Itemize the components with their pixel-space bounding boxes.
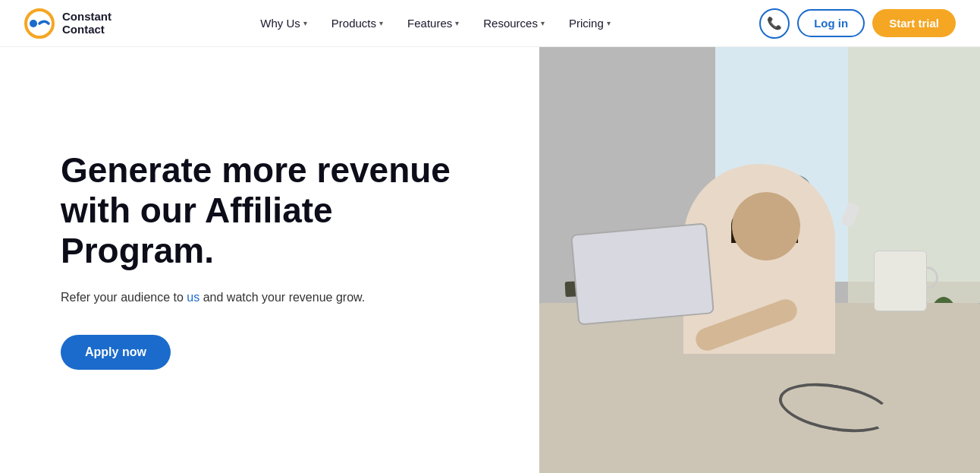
nav-item-resources[interactable]: Resources ▾ <box>473 11 555 36</box>
nav-actions: 📞 Log in Start trial <box>759 8 956 39</box>
hero-subtitle: Refer your audience to us and watch your… <box>61 288 394 307</box>
chevron-down-icon: ▾ <box>607 19 611 27</box>
logo-name-line2: Contact <box>62 24 112 36</box>
chevron-down-icon: ▾ <box>379 19 383 27</box>
chevron-down-icon: ▾ <box>541 19 545 27</box>
nav-links: Why Us ▾ Products ▾ Features ▾ Resources… <box>250 11 620 36</box>
hero-section: Generate more revenue with our Affiliate… <box>0 47 980 473</box>
hero-content: Generate more revenue with our Affiliate… <box>0 47 539 473</box>
hero-subtitle-text1: Refer your audience to <box>61 291 187 304</box>
nav-item-whyus[interactable]: Why Us ▾ <box>250 11 318 36</box>
nav-item-pricing[interactable]: Pricing ▾ <box>558 11 621 36</box>
logo-icon <box>24 8 55 39</box>
svg-point-1 <box>30 20 37 27</box>
apply-now-button[interactable]: Apply now <box>61 335 171 370</box>
hero-title: Generate more revenue with our Affiliate… <box>61 150 494 271</box>
nav-item-products[interactable]: Products ▾ <box>321 11 394 36</box>
photo-tablet <box>570 222 715 325</box>
logo-name-line1: Constant <box>62 11 112 24</box>
phone-icon: 📞 <box>767 16 782 30</box>
hero-image <box>539 47 980 473</box>
hero-subtitle-text2: and watch your revenue grow. <box>199 291 365 304</box>
navbar: Constant Contact Why Us ▾ Products ▾ Fea… <box>0 0 980 47</box>
nav-item-features[interactable]: Features ▾ <box>397 11 470 36</box>
chevron-down-icon: ▾ <box>303 19 307 27</box>
chevron-down-icon: ▾ <box>455 19 459 27</box>
phone-button[interactable]: 📞 <box>759 8 790 39</box>
photo-head <box>732 192 800 260</box>
photo-mug <box>874 251 927 311</box>
logo[interactable]: Constant Contact <box>24 8 112 39</box>
start-trial-button[interactable]: Start trial <box>872 9 956 37</box>
logo-text: Constant Contact <box>62 11 112 36</box>
login-button[interactable]: Log in <box>797 9 865 37</box>
hero-subtitle-link[interactable]: us <box>187 291 199 304</box>
